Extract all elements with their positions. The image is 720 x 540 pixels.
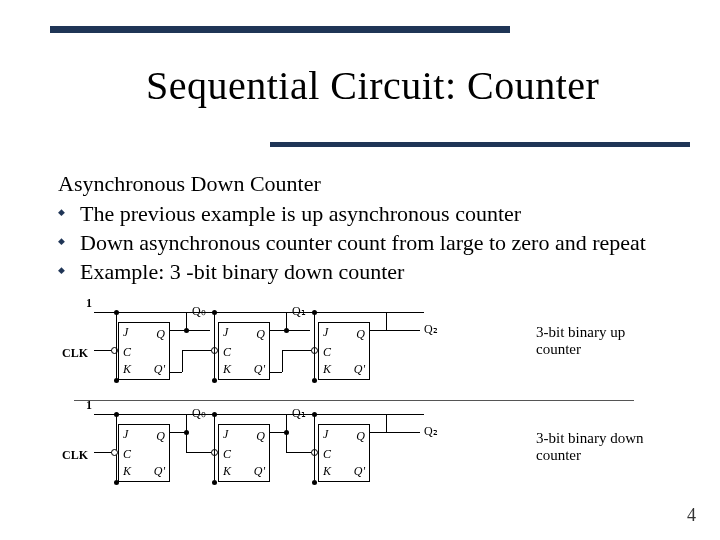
output-q1: Q₁ — [292, 304, 306, 319]
subtitle: Asynchronous Down Counter — [58, 170, 663, 198]
bullet-list: The previous example is up asynchronous … — [58, 200, 663, 286]
bullet-item: The previous example is up asynchronous … — [58, 200, 663, 228]
page-number: 4 — [687, 505, 696, 526]
diagram-divider — [74, 400, 634, 401]
flip-flop-2: J C K Q Q' — [318, 424, 370, 482]
title-wrap: Sequential Circuit: Counter — [146, 62, 646, 109]
up-counter-caption: 3-bit binary up counter — [536, 324, 666, 359]
down-counter-caption: 3-bit binary down counter — [536, 430, 666, 465]
flip-flop-1: J C K Q Q' — [218, 424, 270, 482]
clk-label: CLK — [62, 448, 88, 463]
bullet-item: Example: 3 -bit binary down counter — [58, 258, 663, 286]
slide-body: Asynchronous Down Counter The previous e… — [58, 170, 663, 288]
flip-flop-1: J C K Q Q' — [218, 322, 270, 380]
clk-label: CLK — [62, 346, 88, 361]
logic-high-label: 1 — [86, 398, 92, 413]
flip-flop-0: J C K Q Q' — [118, 322, 170, 380]
sub-rule — [270, 142, 690, 147]
flip-flop-0: J C K Q Q' — [118, 424, 170, 482]
output-q2: Q₂ — [424, 322, 438, 337]
slide-title: Sequential Circuit: Counter — [146, 62, 646, 109]
logic-high-label: 1 — [86, 296, 92, 311]
flip-flop-2: J C K Q Q' — [318, 322, 370, 380]
output-q1: Q₁ — [292, 406, 306, 421]
bullet-item: Down asynchronous counter count from lar… — [58, 229, 663, 257]
up-counter-circuit: 1 CLK J C K Q Q' Q₀ — [94, 310, 664, 390]
top-rule — [50, 26, 510, 33]
down-counter-circuit: 1 CLK J C K Q Q' Q₀ — [94, 412, 664, 492]
output-q0: Q₀ — [192, 406, 206, 421]
clock-bubble — [111, 449, 118, 456]
output-q0: Q₀ — [192, 304, 206, 319]
counter-diagram: 1 CLK J C K Q Q' Q₀ — [94, 310, 664, 504]
output-q2: Q₂ — [424, 424, 438, 439]
slide: Sequential Circuit: Counter Asynchronous… — [0, 0, 720, 540]
